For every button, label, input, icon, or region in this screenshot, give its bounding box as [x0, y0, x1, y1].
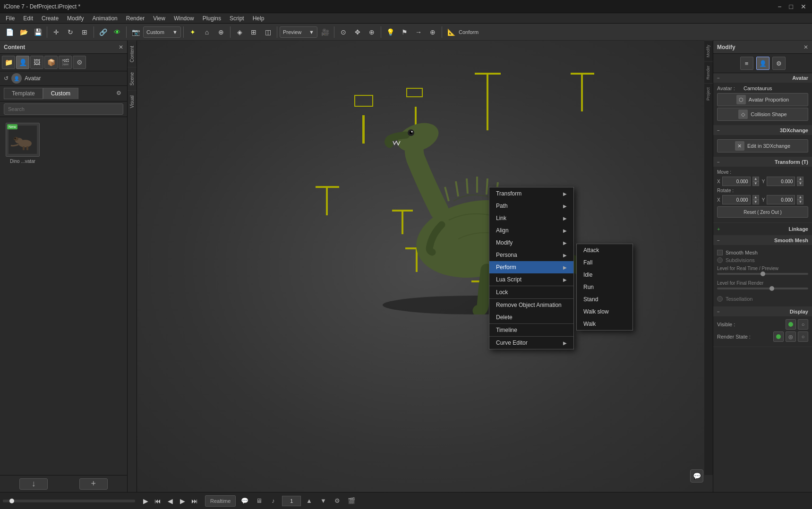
realtime-slider-track[interactable]	[717, 273, 808, 275]
content-tab-object[interactable]: 📦	[44, 56, 58, 69]
menu-create[interactable]: Create	[38, 14, 62, 23]
ctx-link[interactable]: Link ▶	[489, 212, 573, 224]
arrow-btn[interactable]: →	[412, 25, 425, 39]
edit-3dxchange-btn[interactable]: ✕ Edit in 3DXchange	[717, 139, 808, 153]
vsidebar-render[interactable]: Render	[704, 61, 713, 84]
tab-custom[interactable]: Custom	[43, 88, 78, 99]
visible-on-btn[interactable]	[786, 319, 796, 330]
display-header[interactable]: − Display	[713, 307, 812, 316]
content-tab-settings[interactable]: ⚙	[73, 56, 86, 69]
timeline-track[interactable]	[3, 500, 135, 502]
comment-status-btn[interactable]: 💬	[239, 495, 251, 507]
side-tab-content[interactable]: Content	[128, 41, 137, 67]
ctx-lua-script[interactable]: Lua Script ▶	[489, 273, 573, 286]
visible-off-btn[interactable]: ○	[798, 319, 808, 330]
screen-btn[interactable]: 🖥	[253, 495, 265, 507]
vsidebar-modify[interactable]: Modify	[704, 41, 713, 61]
rotate-btn[interactable]: ↻	[64, 25, 77, 39]
move-y-up[interactable]: ▲	[797, 177, 803, 181]
avatar-proportion-btn[interactable]: ⬡ Avatar Proportion	[717, 93, 808, 106]
menu-render[interactable]: Render	[122, 14, 148, 23]
next-frame-btn[interactable]: ▶	[177, 495, 188, 507]
rotate-y-down[interactable]: ▼	[797, 200, 803, 204]
ctx-path[interactable]: Path ▶	[489, 200, 573, 212]
prev-frame-btn[interactable]: ◀	[164, 495, 176, 507]
modify-icon-props[interactable]: ≡	[740, 57, 753, 70]
new-btn[interactable]: 📄	[3, 25, 16, 39]
submenu-walk[interactable]: Walk	[577, 318, 633, 330]
pan-btn[interactable]: ✥	[351, 25, 364, 39]
menu-plugins[interactable]: Plugins	[199, 14, 225, 23]
menu-script[interactable]: Script	[226, 14, 248, 23]
music-btn[interactable]: ♪	[267, 495, 279, 507]
modify-icon-settings[interactable]: ⚙	[772, 57, 786, 70]
move-x-up[interactable]: ▲	[752, 177, 759, 181]
smooth-mesh-header[interactable]: − Smooth Mesh	[713, 236, 812, 245]
scale-btn[interactable]: ⊞	[78, 25, 91, 39]
move-y-stepper[interactable]: ▲ ▼	[797, 177, 803, 186]
smooth-mesh-checkbox[interactable]	[717, 250, 723, 255]
snap-btn[interactable]: 🔗	[96, 25, 110, 39]
video-status-btn[interactable]: 🎬	[345, 495, 358, 507]
eye-btn[interactable]: 👁	[111, 25, 124, 39]
play-btn[interactable]: ▶	[140, 495, 151, 507]
select-btn[interactable]: ✛	[50, 25, 63, 39]
render-slider-track[interactable]	[717, 288, 808, 289]
content-tab-image[interactable]: 🖼	[30, 56, 43, 69]
menu-view[interactable]: View	[149, 14, 169, 23]
rotate-x-stepper[interactable]: ▲ ▼	[752, 195, 759, 204]
transform-header[interactable]: − Transform (T)	[713, 157, 812, 167]
submenu-idle[interactable]: Idle	[577, 269, 633, 281]
open-btn[interactable]: 📂	[17, 25, 30, 39]
view3d-btn[interactable]: ◫	[261, 25, 274, 39]
rotate-y-up[interactable]: ▲	[797, 195, 803, 200]
search-input[interactable]	[4, 103, 123, 115]
conform-btn[interactable]: 📐	[444, 25, 458, 39]
tessellation-radio[interactable]	[717, 296, 723, 302]
content-close-icon[interactable]: ✕	[119, 44, 123, 51]
submenu-run[interactable]: Run	[577, 281, 633, 293]
rotate-y-stepper[interactable]: ▲ ▼	[797, 195, 803, 204]
menu-window[interactable]: Window	[170, 14, 198, 23]
minimize-btn[interactable]: −	[776, 3, 783, 10]
record-btn[interactable]: 🎥	[318, 25, 332, 39]
light-btn[interactable]: 💡	[384, 25, 397, 39]
star-btn[interactable]: ✦	[186, 25, 199, 39]
to-start-btn[interactable]: ⏮	[152, 495, 163, 507]
modify-icon-avatar[interactable]: 👤	[756, 57, 769, 70]
move-x-down[interactable]: ▼	[752, 181, 759, 186]
settings-icon[interactable]: ⚙	[114, 88, 123, 99]
render-state-btn2[interactable]: ◎	[786, 331, 796, 342]
3dxchange-header[interactable]: − 3DXchange	[713, 126, 812, 135]
side-tab-visual[interactable]: Visual	[128, 90, 137, 113]
content-tab-folder[interactable]: 📁	[2, 56, 15, 69]
frame-input[interactable]	[282, 496, 301, 506]
grid-btn[interactable]: ⊞	[247, 25, 260, 39]
ctx-persona[interactable]: Persona ▶	[489, 249, 573, 261]
render-slider-thumb[interactable]	[769, 286, 774, 291]
save-btn[interactable]: 💾	[31, 25, 44, 39]
flag-btn[interactable]: ⚑	[398, 25, 411, 39]
maximize-btn[interactable]: □	[787, 3, 795, 10]
footer-add-btn[interactable]: +	[79, 478, 108, 490]
footer-down-btn[interactable]: ↓	[19, 478, 48, 490]
rotate-y-input[interactable]	[767, 195, 795, 204]
ctx-remove-anim[interactable]: Remove Object Animation	[489, 299, 573, 311]
move-y-input[interactable]	[767, 177, 795, 186]
ctx-align[interactable]: Align ▶	[489, 224, 573, 237]
ctx-modify[interactable]: Modify ▶	[489, 237, 573, 249]
subdivisions-radio[interactable]	[717, 257, 723, 263]
render-state-on-btn[interactable]	[773, 331, 784, 342]
frame-step-down[interactable]: ▼	[317, 495, 329, 507]
move-y-down[interactable]: ▼	[797, 181, 803, 186]
move-x-stepper[interactable]: ▲ ▼	[752, 177, 759, 186]
camera-select-btn[interactable]: 📷	[129, 25, 142, 39]
zoom-btn[interactable]: ⊕	[365, 25, 378, 39]
menu-animation[interactable]: Animation	[88, 14, 121, 23]
ctx-lock[interactable]: Lock	[489, 286, 573, 299]
orbit-btn[interactable]: ⊙	[337, 25, 350, 39]
ctx-timeline[interactable]: Timeline	[489, 323, 573, 337]
content-tab-avatar[interactable]: 👤	[16, 56, 29, 69]
menu-edit[interactable]: Edit	[19, 14, 37, 23]
ctx-perform[interactable]: Perform ▶	[489, 261, 573, 273]
